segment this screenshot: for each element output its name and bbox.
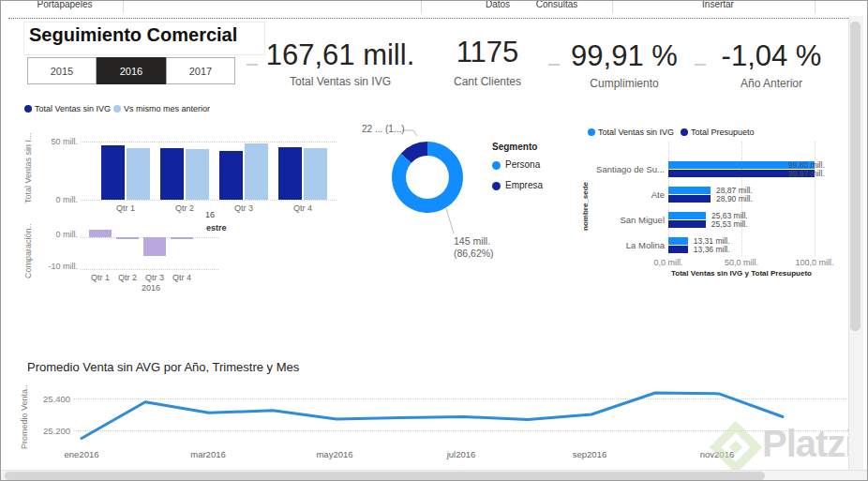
line-xtick: mar2016 [178, 449, 238, 459]
comparison-bar-Qtr 4[interactable] [171, 237, 193, 239]
legend-label-persona: Persona [505, 159, 540, 170]
comparison-bar-Qtr 2[interactable] [116, 237, 139, 239]
column-chart-ylabel: Total Ventas sin I... [23, 130, 33, 203]
legend-label-ventas: Total Ventas sin IVG [35, 104, 111, 113]
ribbon-group-portapapeles: Portapapeles [15, 0, 114, 10]
hbar-ventas-La Molina[interactable] [668, 237, 688, 245]
column-ventas-Qtr 2[interactable] [160, 148, 184, 200]
canvas-selection-border [8, 18, 848, 19]
hbar-xaxis-title: Total Ventas sin IVG y Total Presupueto [648, 269, 835, 278]
horizontal-scrollbar-thumb[interactable] [5, 472, 765, 480]
legend-label-ventas2: Total Ventas sin IVG [598, 128, 674, 137]
column-ventas-Qtr 4[interactable] [278, 147, 302, 200]
donut-legend-title: Segmento [492, 142, 537, 152]
hbar-category-label: Ate [576, 189, 665, 200]
hbar-ventas-Ate[interactable] [668, 187, 711, 194]
comparison-ytick-0: 0 mill. [37, 230, 78, 239]
kpi-anio-anterior-label: Año Anterior [711, 77, 832, 90]
line-chart-ylabel: Promedio Venta.. [20, 383, 29, 449]
comparison-bar-Qtr 3[interactable] [143, 237, 166, 256]
ribbon: Portapapeles Datos Consultas Insertar [1, 1, 868, 14]
column-xtick: Qtr 2 [161, 203, 208, 213]
kpi-cumplimiento-value: 99,91 % [563, 39, 685, 73]
donut-leader-line [446, 208, 454, 233]
hbar-ventas-San Miguel[interactable] [668, 212, 706, 219]
ribbon-separator [123, 1, 124, 13]
ribbon-group-insertar: Insertar [668, 0, 768, 10]
kpi-cumplimiento-label: Cumplimiento [563, 77, 685, 90]
ribbon-separator [421, 1, 422, 13]
line-xtick: may2016 [305, 449, 365, 459]
comparison-ytick-neg10: -10 mill. [29, 262, 78, 271]
column-vs-mes-Qtr 1[interactable] [127, 148, 150, 200]
hbar-value-label: 25,53 mill. [711, 219, 748, 229]
line-ytick-25400: 25.400 [33, 394, 70, 404]
kpi-total-ventas-value: 167,61 mill. [256, 38, 425, 72]
line-xtick: ene2016 [52, 449, 112, 459]
column-ventas-Qtr 3[interactable] [219, 151, 243, 200]
legend-label-presupuesto: Total Presupueto [691, 128, 755, 137]
gridline-baseline [81, 200, 337, 201]
legend-dot-persona [492, 161, 501, 170]
column-vs-mes-Qtr 3[interactable] [245, 143, 268, 200]
hbar-category-label: San Miguel [576, 215, 665, 225]
line-chart-title: Promedio Venta sin AVG por Año, Trimestr… [27, 360, 299, 374]
legend-dot-ventas2 [588, 128, 595, 136]
hbar-category-label: Santiago de Su... [576, 164, 665, 174]
column-xtick: Qtr 1 [102, 203, 149, 213]
donut-label-persona: 145 mill. [454, 235, 490, 247]
hbar-value-label: 28,90 mill. [716, 194, 753, 203]
platzi-watermark-text: Platzi [762, 423, 854, 465]
hbar-presupuesto-Ate[interactable] [668, 195, 711, 203]
column-chart-ytick-0: 0 mill. [37, 195, 78, 204]
line-xtick: sep2016 [560, 449, 620, 459]
legend-dot-empresa [492, 182, 501, 190]
ribbon-separator [815, 1, 816, 13]
kpi-separator [695, 64, 706, 66]
legend-label-vs-mes: Vs mismo mes anterior [124, 104, 210, 113]
hbar-category-label: La Molina [576, 240, 665, 250]
line-xtick: jul2016 [431, 449, 491, 459]
legend-dot-presupuesto [681, 128, 688, 136]
kpi-total-ventas-label: Total Ventas sin IVG [256, 75, 425, 88]
hbar-presupuesto-La Molina[interactable] [668, 246, 688, 253]
kpi-cant-clientes-value: 1175 [431, 36, 544, 69]
column-chart-ytick-50: 50 mill. [37, 137, 78, 146]
promedio-line-series[interactable] [82, 393, 783, 439]
column-vs-mes-Qtr 4[interactable] [304, 148, 327, 200]
hbar-presupuesto-San Miguel[interactable] [668, 220, 706, 228]
year-button-2016[interactable]: 2016 [97, 57, 166, 84]
vertical-scrollbar-thumb[interactable] [850, 22, 861, 331]
column-xtick: Qtr 3 [220, 203, 267, 213]
ribbon-group-consultas: Consultas [507, 0, 606, 10]
donut-label-persona-pct: (86,62%) [454, 248, 494, 259]
comparison-chart-plot [81, 224, 218, 278]
year-button-2017[interactable]: 2017 [166, 57, 235, 84]
column-xtick: Qtr 4 [279, 203, 326, 213]
kpi-separator [247, 64, 258, 66]
column-vs-mes-Qtr 2[interactable] [186, 149, 209, 200]
hbar-xtick-50: 50,0 mill. [713, 258, 770, 267]
platzi-logo-icon [710, 421, 762, 473]
ribbon-separator [612, 1, 613, 13]
kpi-separator [548, 64, 560, 66]
comparison-xaxis-year: 2016 [123, 283, 179, 293]
column-ventas-Qtr 1[interactable] [101, 145, 125, 200]
stray-label-16: 16 [205, 210, 215, 219]
year-button-2015[interactable]: 2015 [27, 57, 97, 84]
line-ytick-25200: 25.200 [33, 426, 70, 436]
column-chart-plot [81, 132, 337, 200]
hbar-value-label: 13,36 mill. [694, 245, 730, 254]
hbar-xtick-100: 100,0 mill. [786, 258, 843, 267]
powerbi-window: Portapapeles Datos Consultas Insertar Se… [0, 0, 868, 481]
comparison-xtick: Qtr 4 [161, 273, 202, 282]
donut-label-empresa: 22 ... (1...) [362, 124, 405, 134]
kpi-anio-anterior-value: -1,04 % [711, 39, 832, 73]
legend-dot-ventas [24, 105, 32, 113]
legend-dot-vs-mes [113, 105, 121, 113]
comparison-bar-Qtr 1[interactable] [89, 230, 112, 238]
hbar-category-axis: Santiago de Su...AteSan MiguelLa Molina [576, 140, 665, 254]
hbar-value-label: 99,97 mill. [788, 169, 825, 178]
page-title: Seguimiento Comercial [29, 24, 237, 46]
hbar-xtick-0: 0,0 mill. [640, 258, 696, 267]
